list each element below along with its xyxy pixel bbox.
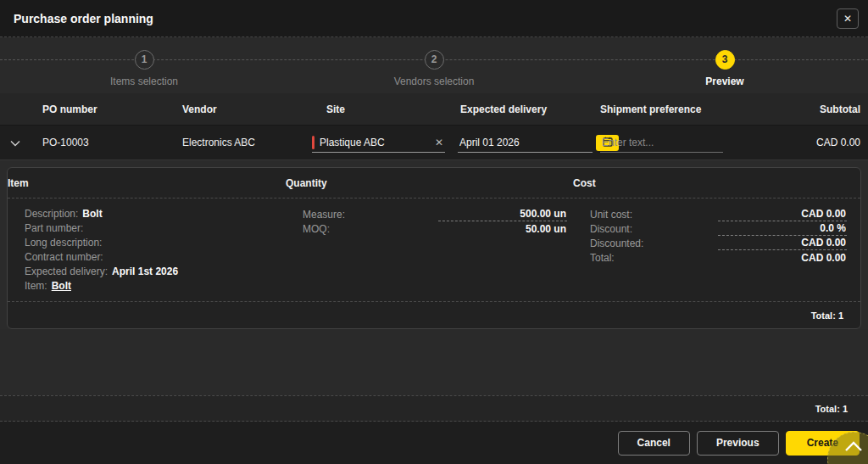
detail-field-long-description: Long description: <box>25 236 303 250</box>
detail-header-quantity: Quantity <box>286 177 550 189</box>
close-icon: ✕ <box>843 13 852 25</box>
dialog-header: Purchase order planning ✕ <box>0 0 868 37</box>
required-indicator <box>312 136 314 149</box>
step-2-circle: 2 <box>425 50 444 70</box>
clear-icon: ✕ <box>435 137 443 148</box>
unit-cost-row: Unit cost: <box>590 207 847 221</box>
detail-header-item: Item <box>8 177 286 189</box>
discounted-input[interactable] <box>718 237 847 250</box>
close-button[interactable]: ✕ <box>837 8 859 29</box>
detail-header-cost: Cost <box>573 177 860 189</box>
previous-button[interactable]: Previous <box>697 431 779 456</box>
quantity-column: Measure: MOQ: 50.00 un <box>303 207 567 301</box>
cost-total-row: Total: CAD 0.00 <box>590 250 847 265</box>
moq-row: MOQ: 50.00 un <box>303 221 567 236</box>
cancel-button[interactable]: Cancel <box>618 431 690 456</box>
expected-delivery-field <box>458 132 582 153</box>
detail-card-total: Total: 1 <box>811 310 843 321</box>
column-header-site: Site <box>312 103 458 115</box>
site-field: ✕ <box>312 132 445 153</box>
step-3-circle: 3 <box>715 50 735 70</box>
item-details-column: Description: Bolt Part number: Long desc… <box>25 207 303 301</box>
unit-cost-input[interactable] <box>718 208 847 221</box>
dialog-title: Purchase order planning <box>14 12 153 25</box>
step-1-circle: 1 <box>135 50 154 70</box>
detail-field-contract-number: Contract number: <box>25 250 303 265</box>
detail-field-description: Description: Bolt <box>25 207 303 221</box>
vendor-cell: Electronics ABC <box>170 137 312 148</box>
subtotal-cell: CAD 0.00 <box>729 137 868 148</box>
measure-row: Measure: <box>303 207 567 221</box>
purchase-order-planning-dialog: Purchase order planning ✕ 1 Items select… <box>0 0 868 464</box>
po-number-cell: PO-10003 <box>31 137 170 148</box>
cost-column: Unit cost: Discount: Discounted: <box>590 207 847 301</box>
detail-card-footer: Total: 1 <box>8 301 860 328</box>
dialog-footer: Cancel Previous Create <box>0 422 868 464</box>
item-link[interactable]: Bolt <box>52 279 71 293</box>
row-detail-zone: Item Quantity Cost Description: Bolt Par… <box>0 160 868 329</box>
detail-card-body: Description: Bolt Part number: Long desc… <box>8 198 860 301</box>
discount-input[interactable] <box>718 222 847 236</box>
detail-field-expected-delivery: Expected delivery: April 1st 2026 <box>25 265 303 279</box>
column-header-subtotal: Subtotal <box>729 103 868 115</box>
discount-row: Discount: <box>590 221 847 236</box>
site-clear-button[interactable]: ✕ <box>433 137 445 148</box>
expected-delivery-input[interactable] <box>458 137 593 148</box>
create-button[interactable]: Create <box>786 431 860 456</box>
table-body-empty-area <box>0 329 868 395</box>
wizard-stepper: 1 Items selection 2 Vendors selection 3 … <box>0 37 868 93</box>
site-input[interactable] <box>318 137 433 148</box>
step-3-label: Preview <box>665 75 784 87</box>
discounted-row: Discounted: <box>590 236 847 250</box>
column-header-po-number: PO number <box>31 103 170 115</box>
table-totals-band: Total: 1 <box>0 395 868 422</box>
step-1-label: Items selection <box>85 75 203 87</box>
column-header-expected-delivery: Expected delivery <box>458 103 593 115</box>
step-preview[interactable]: 3 Preview <box>665 50 784 87</box>
moq-value: 50.00 un <box>526 223 567 235</box>
detail-field-part-number: Part number: <box>25 221 303 236</box>
step-2-label: Vendors selection <box>375 75 493 87</box>
step-items-selection[interactable]: 1 Items selection <box>85 50 203 87</box>
table-total: Total: 1 <box>815 404 848 414</box>
shipment-preference-field <box>600 132 723 153</box>
po-table-row: PO-10003 Electronics ABC ✕ <box>0 126 868 160</box>
detail-field-item: Item: Bolt <box>25 279 303 293</box>
column-header-vendor: Vendor <box>170 103 312 115</box>
column-header-shipment-preference: Shipment preference <box>593 103 729 115</box>
shipment-preference-input[interactable] <box>600 137 723 148</box>
detail-card-header: Item Quantity Cost <box>8 168 860 198</box>
step-vendors-selection[interactable]: 2 Vendors selection <box>375 50 493 87</box>
cost-total-value: CAD 0.00 <box>801 252 847 264</box>
row-expander-button[interactable] <box>7 135 24 151</box>
row-detail-card: Item Quantity Cost Description: Bolt Par… <box>7 167 861 329</box>
measure-input[interactable] <box>438 208 567 221</box>
chevron-down-icon <box>10 137 20 149</box>
po-table-header: PO number Vendor Site Expected delivery … <box>0 93 868 126</box>
